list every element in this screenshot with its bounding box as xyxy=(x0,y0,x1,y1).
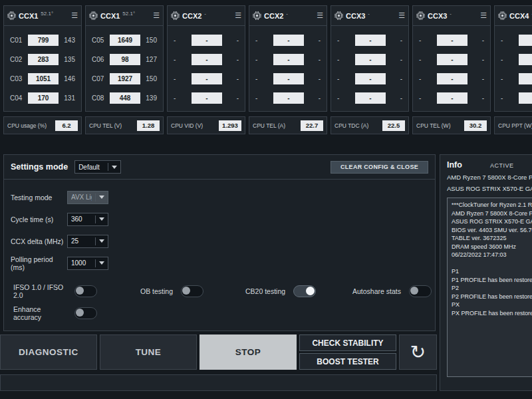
core-temp: - xyxy=(224,94,239,102)
log-line: DRAM speed 3600 MHz xyxy=(452,243,532,251)
toggle-label: OB testing xyxy=(140,287,173,295)
core-label: C01 xyxy=(10,37,26,44)
core-value: - xyxy=(355,73,386,84)
toggle-group-cb20: CB20 testing xyxy=(245,285,316,297)
action-buttons-row: DIAGNOSTIC TUNE STOP CHECK STABILITY BOO… xyxy=(0,334,437,370)
ifso-toggle[interactable] xyxy=(74,285,97,297)
menu-icon[interactable]: ☰ xyxy=(235,11,241,20)
core-label: - xyxy=(337,37,353,44)
core-label: - xyxy=(255,94,271,102)
check-stability-button[interactable]: CHECK STABILITY xyxy=(299,334,396,351)
ccx-panel-header: CCX3 - ☰ xyxy=(331,6,408,26)
ccx-title: CCX3 xyxy=(346,12,365,20)
stop-button[interactable]: STOP xyxy=(200,334,297,370)
stat-value: 1.293 xyxy=(219,120,241,131)
log-line: PX xyxy=(452,301,532,309)
stat-cpu-usage: CPU usage (%)6.2 xyxy=(3,116,82,134)
stat-label: CPU TEL (W) xyxy=(416,122,450,129)
menu-icon[interactable]: ☰ xyxy=(398,11,405,20)
boost-tester-button[interactable]: BOOST TESTER xyxy=(299,353,396,370)
ccx-panels-row: CCX1 52.1° ☰ C01799143 C02283135 C031051… xyxy=(3,5,532,112)
stat-label: CPU TDC (A) xyxy=(334,122,368,129)
core-list: --- --- --- --- xyxy=(495,26,532,108)
core-list: C01799143 C02283135 C031051146 C04170131 xyxy=(4,26,81,108)
cycle-time-dropdown[interactable]: 360 xyxy=(67,213,108,226)
chevron-down-icon xyxy=(99,217,104,221)
status-bar xyxy=(0,374,437,391)
core-value: 170 xyxy=(28,92,59,104)
dropdown-separator xyxy=(95,237,96,245)
core-row: --- xyxy=(495,69,532,88)
stat-label: CPU PPT (W) xyxy=(498,122,532,129)
core-row: C08448139 xyxy=(86,88,163,108)
stat-label: CPU TEL (V) xyxy=(89,122,122,129)
core-label: C02 xyxy=(10,56,26,63)
ob-testing-toggle[interactable] xyxy=(181,285,203,297)
core-row: --- xyxy=(168,69,245,88)
cpu-icon xyxy=(498,11,507,20)
toggle-group-autoshare: Autoshare stats xyxy=(352,285,432,297)
menu-icon[interactable]: ☰ xyxy=(480,11,487,20)
core-value: - xyxy=(437,73,467,84)
menu-icon[interactable]: ☰ xyxy=(153,11,160,20)
stat-label: CPU TEL (A) xyxy=(253,122,285,129)
core-row: C02283135 xyxy=(4,50,81,69)
ccx-panel-header: CCX1 52.1° ☰ xyxy=(86,6,163,26)
menu-icon[interactable]: ☰ xyxy=(71,11,78,20)
toggle-knob xyxy=(306,287,315,295)
cpu-icon xyxy=(416,11,425,20)
field-cycle-time: Cycle time (s) 360 xyxy=(11,208,435,230)
core-row: --- xyxy=(331,50,408,69)
info-title: Info xyxy=(447,160,462,170)
stat-cpu-tel-w: CPU TEL (W)30.2 xyxy=(412,116,491,134)
refresh-button[interactable]: ↻ xyxy=(399,334,437,370)
core-temp: 139 xyxy=(142,94,157,102)
core-temp: - xyxy=(224,75,239,82)
core-row: --- xyxy=(168,88,245,108)
tune-button[interactable]: TUNE xyxy=(100,334,197,370)
ccx-delta-dropdown[interactable]: 25 xyxy=(67,235,108,248)
stat-value: 22.5 xyxy=(382,120,405,131)
settings-mode-dropdown[interactable]: Default xyxy=(74,160,121,174)
stat-label: CPU usage (%) xyxy=(7,122,47,129)
log-output[interactable]: ***ClockTuner for Ryzen 2.1 RC*** AMD Ry… xyxy=(447,198,532,377)
core-row: C051649150 xyxy=(86,31,163,50)
ccx-temp: 52.1° xyxy=(122,11,135,17)
core-label: - xyxy=(174,56,190,63)
core-value: - xyxy=(519,92,532,104)
core-value: 283 xyxy=(28,54,59,65)
ccx-panel-header: CCX2 - ☰ xyxy=(168,6,245,26)
ccx-panel-4: CCX2 - ☰ --- --- --- --- xyxy=(249,5,327,112)
testing-mode-dropdown[interactable]: AVX Light xyxy=(67,191,108,204)
cpu-icon xyxy=(89,11,98,20)
info-header: Info ACTIVE xyxy=(447,160,532,170)
settings-header: Settings mode Default CLEAR CONFIG & CLO… xyxy=(4,155,435,180)
core-list: C051649150 C0698127 C071927150 C08448139 xyxy=(86,26,163,108)
cb20-testing-toggle[interactable] xyxy=(293,285,316,297)
core-temp: - xyxy=(388,75,402,82)
polling-period-dropdown[interactable]: 1000 xyxy=(67,257,108,270)
log-line: P1 PROFILE has been restored xyxy=(452,276,532,285)
toggle-label: Enhance accuracy xyxy=(13,305,66,321)
autoshare-toggle[interactable] xyxy=(409,285,432,297)
core-row: --- xyxy=(413,88,490,108)
field-label: CCX delta (MHz) xyxy=(11,237,67,245)
diagnostic-button[interactable]: DIAGNOSTIC xyxy=(0,334,97,370)
core-temp: - xyxy=(469,94,484,102)
core-list: --- --- --- --- xyxy=(331,26,408,108)
cpu-icon xyxy=(253,11,261,20)
core-value: - xyxy=(355,54,386,65)
ccx-title: CCX2 xyxy=(182,12,201,20)
core-label: C05 xyxy=(92,37,108,44)
core-row: --- xyxy=(331,69,408,88)
menu-icon[interactable]: ☰ xyxy=(317,11,323,20)
core-temp: 143 xyxy=(61,37,75,44)
ccx-title: CCX2 xyxy=(264,12,283,20)
core-value: - xyxy=(273,54,304,65)
testing-mode-value: AVX Light xyxy=(71,194,92,201)
clear-config-button[interactable]: CLEAR CONFIG & CLOSE xyxy=(331,161,428,174)
core-row: --- xyxy=(331,88,408,108)
core-label: C04 xyxy=(10,94,26,102)
core-label: - xyxy=(501,37,517,44)
enhance-accuracy-toggle[interactable] xyxy=(74,307,97,319)
